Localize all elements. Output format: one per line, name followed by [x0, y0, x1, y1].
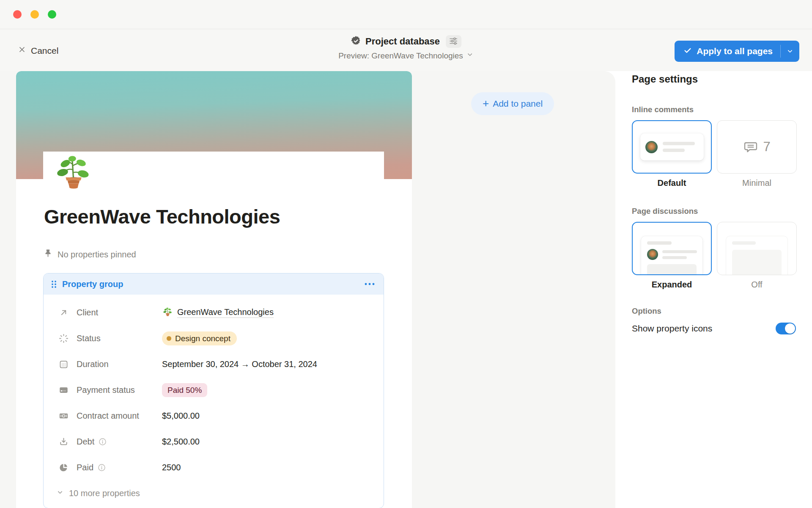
toolbar: Cancel Project database Preview: GreenWa… [0, 29, 812, 71]
option-label-expanded: Expanded [632, 280, 712, 290]
show-property-icons-toggle[interactable] [776, 323, 796, 334]
option-cards: ExpandedOff [632, 222, 796, 290]
sidebar-sections: Inline commentsDefault7MinimalPage discu… [632, 105, 796, 290]
preview-label: Preview: GreenWave Technologies [338, 51, 463, 61]
section-label: Inline comments [632, 105, 796, 114]
drag-handle-icon[interactable] [51, 280, 57, 288]
apply-dropdown-button[interactable] [781, 41, 799, 62]
comment-count-preview: 7 [717, 121, 796, 173]
property-label: Paid [77, 463, 162, 472]
property-row-duration[interactable]: DurationSeptember 30, 2024 → October 31,… [44, 351, 384, 377]
page-settings-sidebar: Page settings Inline commentsDefault7Min… [615, 71, 812, 508]
info-icon [97, 463, 106, 472]
comment-preview [640, 133, 704, 160]
page-title-header: Project database [365, 36, 440, 47]
property-group-panel: Property group ClientGreenWave Technolog… [43, 273, 384, 508]
property-label: Status [77, 334, 162, 343]
property-value: Paid 50% [162, 383, 207, 397]
option-column: Default [632, 120, 712, 188]
pin-icon [43, 248, 53, 260]
property-value: $2,500.00 [162, 437, 200, 447]
pie-chart-icon [59, 463, 69, 472]
add-to-panel-label: Add to panel [493, 99, 543, 109]
option-card-off[interactable] [717, 222, 797, 275]
option-label-off: Off [717, 280, 797, 290]
potted-plant-icon [162, 307, 173, 318]
potted-plant-emoji[interactable] [52, 153, 96, 197]
pinned-properties-note: No properties pinned [43, 248, 136, 260]
option-card-default[interactable] [632, 120, 712, 174]
client-page-link[interactable]: GreenWave Technologies [177, 307, 274, 318]
show-property-icons-row: Show property icons [632, 323, 796, 334]
property-group-title: Property group [62, 279, 363, 289]
property-label: Payment status [77, 385, 162, 395]
property-label: Contract amount [77, 411, 162, 421]
option-card-expanded[interactable] [632, 222, 712, 275]
minimize-window-button[interactable] [30, 10, 39, 19]
banknote-icon [59, 411, 69, 421]
zoom-window-button[interactable] [48, 10, 56, 19]
property-label: Debt [77, 437, 162, 447]
header-center: Project database Preview: GreenWave Tech… [338, 35, 474, 61]
property-row-contract-amount[interactable]: Contract amount$5,000.00 [44, 403, 384, 429]
badge-dot [167, 336, 171, 341]
database-settings-button[interactable] [446, 35, 461, 48]
option-label-minimal: Minimal [717, 178, 797, 188]
property-row-debt[interactable]: Debt$2,500.00 [44, 429, 384, 455]
property-value: September 30, 2024 → October 31, 2024 [162, 359, 317, 369]
page-title: GreenWave Technologies [44, 205, 280, 228]
options-section-label: Options [632, 306, 796, 316]
avatar [647, 249, 658, 260]
cancel-label: Cancel [31, 46, 58, 56]
property-label: Client [77, 308, 162, 318]
credit-card-icon [59, 385, 69, 395]
section-label: Page discussions [632, 207, 796, 216]
toggle-knob [785, 323, 795, 334]
discussion-preview [641, 236, 702, 275]
page-preview-pane: GreenWave Technologies No properties pin… [0, 71, 615, 508]
main-area: GreenWave Technologies No properties pin… [0, 71, 812, 508]
property-rows: ClientGreenWave TechnologiesStatusDesign… [44, 295, 384, 480]
discussion-off-preview [726, 236, 788, 275]
property-value: $5,000.00 [162, 411, 200, 421]
avatar [645, 141, 658, 153]
property-row-status[interactable]: StatusDesign concept [44, 326, 384, 351]
arrow-up-right-icon [59, 308, 69, 318]
add-to-panel-button[interactable]: + Add to panel [471, 92, 554, 115]
close-window-button[interactable] [13, 10, 22, 19]
titlebar [0, 0, 812, 29]
comment-count: 7 [763, 139, 770, 155]
option-card-minimal[interactable]: 7 [717, 120, 797, 174]
sidebar-title: Page settings [632, 72, 796, 86]
property-group-header[interactable]: Property group [44, 273, 384, 295]
preview-selector[interactable]: Preview: GreenWave Technologies [338, 51, 474, 61]
more-properties-toggle[interactable]: 10 more properties [44, 480, 384, 506]
more-properties-label: 10 more properties [69, 489, 140, 498]
property-label: Duration [77, 359, 162, 369]
property-group-menu-button[interactable] [363, 281, 376, 287]
check-icon [683, 46, 692, 57]
cancel-button[interactable]: Cancel [15, 44, 61, 58]
pinned-note-label: No properties pinned [58, 250, 136, 260]
status-spinner-icon [59, 334, 69, 343]
option-column: Off [717, 222, 797, 290]
sliders-icon [449, 37, 458, 47]
verified-seal-icon [351, 36, 361, 48]
apply-label: Apply to all pages [697, 46, 773, 56]
download-icon [59, 437, 69, 447]
close-icon [18, 45, 26, 56]
show-property-icons-label: Show property icons [632, 323, 712, 334]
property-row-paid[interactable]: Paid2500 [44, 455, 384, 480]
option-column: Expanded [632, 222, 712, 290]
apply-to-all-pages-button[interactable]: Apply to all pages [675, 41, 799, 62]
property-row-payment-status[interactable]: Payment statusPaid 50% [44, 377, 384, 403]
customize-page-window: Cancel Project database Preview: GreenWa… [0, 0, 812, 508]
top-bar: Cancel Project database Preview: GreenWa… [0, 0, 812, 71]
chevron-down-icon [56, 489, 64, 498]
property-value: 2500 [162, 463, 181, 472]
property-row-client[interactable]: ClientGreenWave Technologies [44, 300, 384, 326]
page-preview-card: GreenWave Technologies No properties pin… [16, 71, 412, 508]
property-value: Design concept [162, 331, 237, 345]
option-cards: Default7Minimal [632, 120, 796, 188]
info-icon [98, 437, 107, 446]
